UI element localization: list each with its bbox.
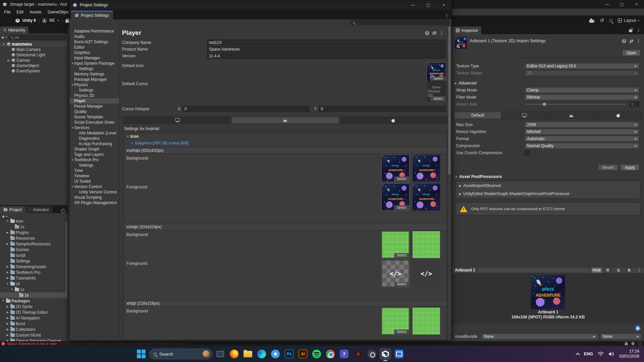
taskbar-icon-illustrator[interactable]: Ai — [297, 348, 309, 360]
clock[interactable]: 17:24 03/01/2026 — [619, 349, 639, 359]
menu-file[interactable]: File — [4, 10, 10, 14]
hierarchy-item-eventsystem[interactable]: EventSystem — [0, 68, 67, 74]
sidebar-item-graphics[interactable]: Graphics — [69, 50, 119, 55]
project-item-samplesresources[interactable]: ▶SamplesResources — [0, 241, 67, 247]
activity-spinner-icon[interactable] — [638, 342, 641, 345]
sidebar-item-textmesh-pro[interactable]: ▼TextMesh Pro — [69, 157, 119, 163]
taskbar-icon-settings-app[interactable] — [366, 348, 377, 360]
postprocessor-item[interactable]: ▶UnityEditor.ShaderGraph.ShaderGraphAsse… — [456, 190, 640, 198]
main-maximize-button[interactable]: ▢ — [614, 0, 629, 9]
taskbar-search[interactable]: Search — [149, 349, 212, 359]
taskbar-icon-window-app[interactable] — [215, 348, 226, 360]
project-item-burst[interactable]: ▶Burst — [0, 321, 67, 326]
presets-icon[interactable] — [629, 40, 633, 43]
hierarchy-item-directional-light[interactable]: Directional Light — [0, 52, 67, 58]
search-icon[interactable] — [609, 19, 612, 22]
account-label[interactable]: RE — [49, 18, 55, 23]
project-scrollbar[interactable] — [66, 222, 67, 296]
sidebar-item-quality[interactable]: Quality — [69, 109, 119, 114]
platform-tab-android[interactable] — [231, 117, 339, 123]
hierarchy-add-caret-icon[interactable]: ▾ — [5, 36, 7, 39]
hotspot-y-input[interactable]: 0 — [319, 106, 446, 112]
field-slider[interactable]: 1 — [525, 102, 639, 107]
sidebar-item-version-control[interactable]: ▼Version Control — [69, 184, 119, 189]
asset-labels-icon[interactable] — [635, 325, 641, 331]
account-caret-icon[interactable]: ▾ — [58, 19, 59, 22]
project-item-2d-tilemap-editor[interactable]: ▶2D Tilemap Editor — [0, 309, 67, 315]
field-checkbox[interactable] — [525, 150, 530, 155]
project-item-script[interactable]: script — [0, 252, 67, 258]
texture-platform-tab-default[interactable]: Default — [454, 112, 501, 119]
hierarchy-search-input[interactable]: All — [8, 35, 66, 40]
select-button[interactable]: Select — [394, 177, 409, 181]
sidebar-item-in-app-purchasing[interactable]: In-App Purchasing — [69, 141, 119, 146]
sidebar-item-services[interactable]: ▼Services — [69, 125, 119, 130]
icon-foldout[interactable]: ▼ Icon — [124, 133, 447, 140]
assetbundle-dropdown[interactable]: None — [482, 334, 598, 340]
settings-scrollbar[interactable] — [447, 26, 451, 340]
postprocessor-item[interactable]: ▶AssetImportObserver — [456, 182, 640, 190]
tab-inspector[interactable]: i Inspector — [452, 26, 481, 34]
main-close-button[interactable]: × — [629, 0, 644, 9]
sidebar-item-settings[interactable]: Settings — [69, 66, 119, 71]
project-item-plugins[interactable]: ▶Plugins — [0, 230, 67, 235]
icon-thumbnail[interactable]: Select — [382, 231, 409, 258]
preview-menu-icon[interactable]: ⋮ — [637, 268, 641, 273]
adaptive-icons-foldout[interactable]: ▼ Adaptive (API 26) icons (6/6) — [124, 140, 447, 146]
icon-thumbnail[interactable] — [413, 231, 440, 258]
project-item-collections[interactable]: ▶Collections — [0, 326, 67, 332]
start-button[interactable] — [136, 348, 147, 360]
sidebar-item-adaptive-performance[interactable]: Adaptive Performance — [69, 28, 119, 34]
field-dropdown[interactable]: Editor GUI and Legacy GUI — [525, 63, 639, 69]
sidebar-item-settings[interactable]: Settings — [69, 87, 119, 93]
main-minimize-button[interactable]: — — [600, 0, 614, 9]
sidebar-item-scene-template[interactable]: Scene Template — [69, 114, 119, 120]
sidebar-item-tags-and-layers[interactable]: Tags and Layers — [69, 152, 119, 157]
project-item-ai-navigation[interactable]: ▶AI Navigation — [0, 315, 67, 321]
taskbar-icon-unity-editor[interactable] — [380, 348, 391, 360]
hierarchy-item-main-camera[interactable]: Main Camera — [0, 47, 67, 52]
assetbundle-variant-dropdown[interactable]: None — [600, 334, 641, 340]
channel-button-g[interactable]: G — [613, 267, 624, 273]
hierarchy-item-mainmenu[interactable]: ▼mainmenu — [0, 42, 67, 47]
default-icon-thumbnail[interactable]: SPACEADVENTURESelect — [427, 63, 446, 81]
project-item-streamingassets[interactable]: ▶StreamingAssets — [0, 264, 67, 269]
header-menu-icon[interactable]: ⋮ — [636, 39, 641, 44]
project-item-settings[interactable]: Settings — [0, 258, 67, 264]
field-input[interactable]: red123 — [207, 40, 446, 45]
sidebar-item-xr-plugin-management[interactable]: XR Plugin Management — [69, 200, 119, 205]
taskbar-icon-photoshop[interactable]: Ps — [283, 348, 295, 360]
select-button[interactable]: Select — [394, 205, 409, 210]
project-item-device-simulator-devices[interactable]: ▶Device Simulator Devices — [0, 338, 67, 341]
icon-thumbnail[interactable]: SPACEADVENTURESelect — [382, 184, 409, 210]
sidebar-item-player[interactable]: Player — [69, 98, 119, 104]
field-input[interactable]: Space Adventure — [207, 46, 446, 52]
sidebar-item-editor[interactable]: Editor — [69, 45, 119, 50]
project-item-1x[interactable]: 1x — [0, 224, 67, 230]
icon-thumbnail[interactable]: SPACEADVENTURESelect — [382, 155, 409, 182]
select-button[interactable]: Select — [431, 76, 445, 81]
volume-icon[interactable] — [608, 352, 614, 356]
field-dropdown[interactable]: Automatic — [525, 136, 639, 142]
lock-icon[interactable] — [629, 29, 632, 32]
texture-platform-tab-apple[interactable] — [595, 112, 642, 119]
select-button[interactable]: Select — [394, 282, 409, 287]
project-item-scenes[interactable]: Scenes — [0, 247, 67, 252]
advanced-foldout[interactable]: ▶ Advanced — [452, 80, 644, 86]
settings-close-button[interactable]: × — [436, 0, 451, 10]
taskbar-icon-photos[interactable] — [270, 348, 281, 360]
icon-thumbnail[interactable]: </> — [413, 260, 440, 287]
layout-dropdown[interactable]: Layout ▾ — [618, 18, 639, 23]
open-button[interactable]: Open — [622, 50, 641, 56]
icon-thumbnail[interactable]: Select — [382, 308, 409, 335]
tab-animator[interactable]: ⤬ Animator — [25, 206, 52, 213]
settings-window-titlebar[interactable]: Project Settings —▢× — [69, 0, 451, 10]
project-item-resources[interactable]: Resources — [0, 235, 67, 241]
sidebar-item-time[interactable]: Time — [69, 168, 119, 173]
channel-button-r[interactable]: R — [603, 267, 613, 273]
taskbar-icon-acrobat[interactable]: A — [352, 348, 364, 360]
field-dropdown[interactable]: 2048 — [525, 122, 639, 128]
notifications-muted-icon[interactable] — [625, 342, 628, 345]
select-button[interactable]: Select — [431, 97, 445, 101]
field-dropdown[interactable]: Mitchell — [525, 129, 639, 135]
